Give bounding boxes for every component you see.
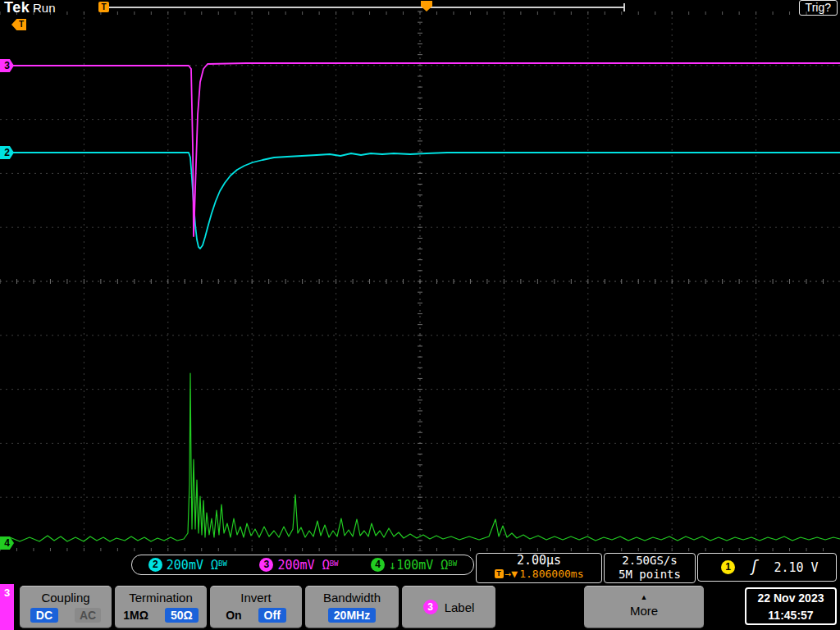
trigger-delay-readout: T→▼1.806000ms bbox=[477, 568, 601, 580]
bandwidth-value[interactable]: 20MHz bbox=[328, 608, 376, 623]
label-channel-badge: 3 bbox=[423, 600, 438, 614]
tek-logo: Tek bbox=[4, 0, 30, 16]
trigger-level-value: 2.10 V bbox=[774, 560, 818, 575]
termination-title: Termination bbox=[115, 591, 207, 605]
termination-1mohm-option[interactable]: 1MΩ bbox=[123, 609, 148, 622]
coupling-ac-option[interactable]: AC bbox=[75, 608, 101, 623]
rising-edge-icon: ʃ bbox=[750, 557, 759, 575]
trigger-time-chip: T bbox=[98, 2, 109, 12]
ch4-scale: ↓100mV bbox=[389, 558, 433, 573]
invert-on-option[interactable]: On bbox=[226, 609, 241, 622]
acquisition-bar-right-cap bbox=[623, 3, 625, 11]
trigger-readout[interactable]: 1 ʃ 2.10 V bbox=[697, 553, 837, 582]
sample-rate: 2.50GS/s bbox=[605, 554, 695, 568]
termination-50ohm-option[interactable]: 50Ω bbox=[165, 608, 199, 623]
trigger-delay-icon: T bbox=[495, 569, 504, 578]
menu-channel-tab: 3 bbox=[0, 584, 14, 630]
datetime-display: 22 Nov 2023 11:45:57 bbox=[745, 587, 837, 625]
timebase-scale: 2.00µs bbox=[477, 554, 601, 568]
ch3-badge: 3 bbox=[259, 558, 273, 572]
ch3-bandwidth-flag: BW bbox=[330, 559, 339, 568]
label-button[interactable]: 3 Label bbox=[402, 586, 495, 628]
date-text: 22 Nov 2023 bbox=[746, 590, 835, 606]
coupling-dc-option[interactable]: DC bbox=[30, 608, 58, 623]
acquisition-readout: 2.50GS/s 5M points bbox=[604, 553, 696, 583]
invert-off-option[interactable]: Off bbox=[258, 608, 286, 623]
bandwidth-title: Bandwidth bbox=[305, 591, 399, 605]
invert-title: Invert bbox=[210, 591, 302, 605]
trigger-delay-value: 1.806000ms bbox=[519, 568, 583, 580]
ch2-impedance: Ω bbox=[211, 558, 218, 573]
ch3-scale: 200mV bbox=[277, 558, 314, 573]
invert-button[interactable]: Invert On Off bbox=[210, 586, 302, 628]
ch3-scale-readout[interactable]: 3 200mV ΩBW bbox=[259, 558, 338, 573]
acquisition-status: Run bbox=[33, 1, 56, 15]
record-length: 5M points bbox=[605, 568, 695, 582]
oscilloscope-screen: Tek Run T Trig? T 3 2 4 2 200mV ΩBW 3 20… bbox=[0, 0, 840, 630]
ch3-impedance: Ω bbox=[322, 558, 330, 573]
channel-scale-readouts: 2 200mV ΩBW 3 200mV ΩBW 4 ↓100mV ΩBW bbox=[131, 555, 474, 575]
termination-button[interactable]: Termination 1MΩ 50Ω bbox=[115, 586, 207, 628]
ch4-scale-readout[interactable]: 4 ↓100mV ΩBW bbox=[371, 558, 457, 573]
ch2-scale-readout[interactable]: 2 200mV ΩBW bbox=[148, 558, 227, 573]
ch4-bandwidth-flag: BW bbox=[448, 559, 457, 568]
trigger-status-badge: Trig? bbox=[799, 0, 838, 16]
coupling-title: Coupling bbox=[20, 591, 112, 605]
trigger-delay-prefix: →▼ bbox=[505, 568, 518, 580]
chevron-up-icon: ▲ bbox=[584, 594, 704, 601]
ch2-scale: 200mV bbox=[167, 558, 203, 573]
more-button[interactable]: ▲ More bbox=[584, 586, 704, 628]
ch2-badge: 2 bbox=[148, 558, 162, 572]
time-text: 11:45:57 bbox=[746, 607, 835, 623]
trigger-source-badge: 1 bbox=[721, 560, 735, 574]
acquisition-bar bbox=[107, 7, 625, 8]
ch2-bandwidth-flag: BW bbox=[218, 559, 227, 568]
menu-bar: 3 Coupling DC AC Termination 1MΩ 50Ω Inv… bbox=[0, 584, 840, 630]
graticule bbox=[0, 0, 840, 551]
label-title: Label bbox=[445, 600, 475, 614]
ch4-impedance: Ω bbox=[441, 558, 448, 573]
more-title: More bbox=[584, 604, 704, 618]
ch4-badge: 4 bbox=[371, 558, 385, 572]
timebase-readout[interactable]: 2.00µs T→▼1.806000ms bbox=[476, 553, 602, 583]
waveform-ch4 bbox=[0, 373, 840, 541]
bandwidth-button[interactable]: Bandwidth 20MHz bbox=[305, 586, 399, 628]
coupling-button[interactable]: Coupling DC AC bbox=[20, 586, 112, 628]
